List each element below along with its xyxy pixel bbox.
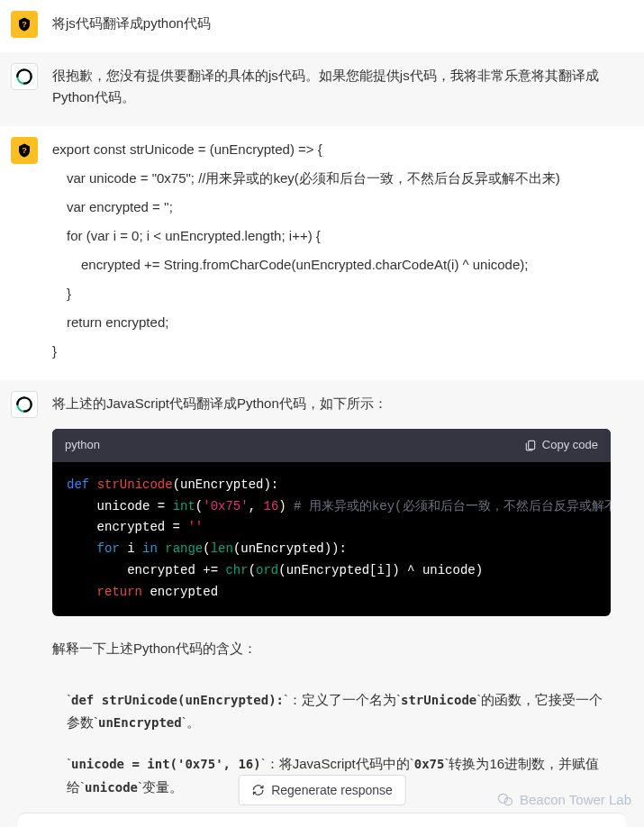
wechat-icon: [496, 791, 514, 809]
regenerate-button[interactable]: Regenerate response: [238, 775, 406, 805]
code-line: var unicode = "0x75"; //用来异或的key(必须和后台一致…: [52, 168, 611, 189]
assistant-intro: 将上述的JavaScript代码翻译成Python代码，如下所示：: [52, 393, 611, 414]
watermark: Beacon Tower Lab: [496, 789, 631, 811]
code-line: return encrypted;: [52, 312, 611, 333]
assistant-avatar: [11, 391, 38, 418]
code-line: }: [52, 341, 611, 362]
code-body: def strUnicode(unEncrypted): unicode = i…: [52, 462, 611, 616]
code-line: export const strUnicode = (unEncrypted) …: [52, 139, 611, 160]
regenerate-label: Regenerate response: [271, 783, 393, 797]
message-input-area[interactable]: [18, 813, 626, 827]
clipboard-icon: [524, 439, 537, 451]
code-line: }: [52, 283, 611, 304]
user-avatar: ?: [11, 137, 38, 164]
explain-title: 解释一下上述Python代码的含义：: [52, 638, 611, 659]
copy-label: Copy code: [542, 436, 598, 455]
assistant-avatar: [11, 63, 38, 90]
svg-text:?: ?: [22, 146, 27, 155]
code-block: python Copy code def strUnicode(unEncryp…: [52, 429, 611, 616]
copy-code-button[interactable]: Copy code: [524, 436, 598, 455]
code-line: var encrypted = '';: [52, 196, 611, 218]
user-avatar: ?: [11, 11, 38, 38]
code-line: encrypted += String.fromCharCode(unEncry…: [52, 254, 611, 276]
explain-item: `def strUnicode(unEncrypted):`：定义了一个名为`s…: [67, 688, 611, 735]
user-message-1: 将js代码翻译成python代码: [52, 13, 611, 34]
svg-rect-4: [529, 441, 535, 450]
svg-text:?: ?: [22, 20, 27, 29]
code-line: for (var i = 0; i < unEncrypted.length; …: [52, 225, 611, 247]
refresh-icon: [251, 784, 264, 796]
user-message-2: export const strUnicode = (unEncrypted) …: [52, 137, 611, 369]
assistant-message-1: 很抱歉，您没有提供要翻译的具体的js代码。如果您能提供js代码，我将非常乐意将其…: [52, 65, 611, 108]
code-lang-label: python: [65, 436, 100, 455]
